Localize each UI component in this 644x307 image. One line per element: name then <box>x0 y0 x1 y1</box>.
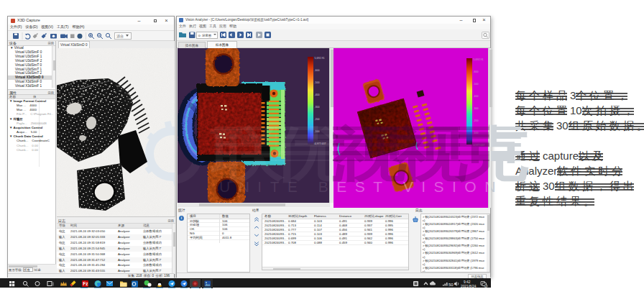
svg-text:4,977.637: 4,977.637 <box>474 144 485 147</box>
svg-text:,600: ,600 <box>474 70 479 73</box>
svg-text:2: 2 <box>485 285 487 288</box>
svg-text:,300: ,300 <box>474 107 479 110</box>
svg-text:Fz: Fz <box>83 281 88 286</box>
svg-text:9:42: 9:42 <box>464 280 471 284</box>
svg-text:,500: ,500 <box>474 83 479 86</box>
svg-text:,400: ,400 <box>315 93 320 96</box>
svg-text:2021/8/24: 2021/8/24 <box>461 285 477 288</box>
svg-text:,600: ,600 <box>315 69 320 72</box>
svg-text:,100: ,100 <box>315 130 320 133</box>
svg-text:4,977.637: 4,977.637 <box>315 142 326 145</box>
svg-text:50: 50 <box>448 283 454 287</box>
svg-text:5,692.91: 5,692.91 <box>474 58 484 61</box>
svg-text:5,692.91: 5,692.91 <box>315 57 325 60</box>
svg-text:,500: ,500 <box>315 81 320 84</box>
svg-text:,200: ,200 <box>315 118 320 121</box>
svg-text:,300: ,300 <box>315 106 320 109</box>
svg-text:,100: ,100 <box>474 132 479 134</box>
svg-text:,200: ,200 <box>474 119 479 122</box>
svg-text:,400: ,400 <box>474 95 479 98</box>
